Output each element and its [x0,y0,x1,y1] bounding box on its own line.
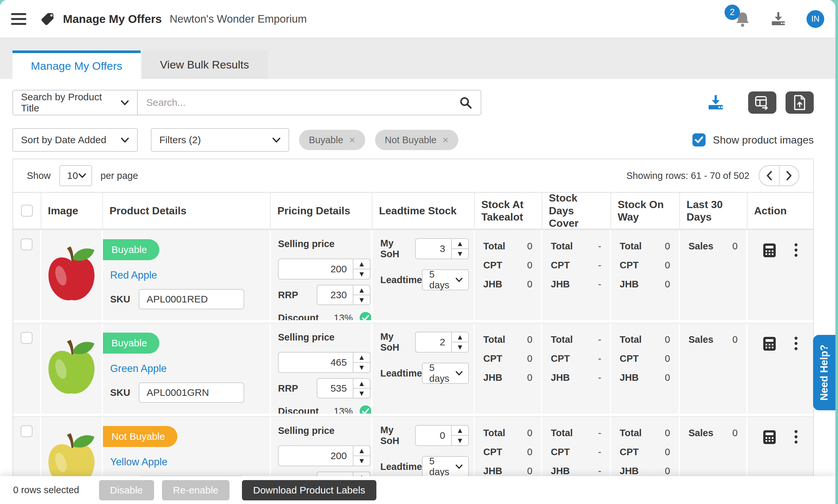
table-export-icon [755,95,770,110]
filter-chip-not-buyable[interactable]: Not Buyable × [375,130,459,150]
jhb-label: JHB [483,372,502,383]
row-checkbox[interactable] [21,425,33,437]
pagination-prev-button[interactable] [759,166,779,185]
column-header-image: Image [41,193,103,229]
stock-at-takealot-cell: Total0 CPT0 JHB0 [475,230,542,320]
selling-price-input[interactable] [278,258,353,280]
selling-price-input[interactable] [278,352,353,373]
chevron-down-icon [121,137,129,143]
increment-button[interactable]: ▲ [353,446,370,455]
stock-at-jhb: 0 [527,466,532,476]
filters-select[interactable]: Filters (2) [151,128,289,152]
down-arrow-icon: ▼ [359,458,363,464]
close-icon[interactable]: × [443,135,449,145]
decrement-button[interactable]: ▼ [452,342,468,352]
calculator-button[interactable] [763,337,776,351]
row-checkbox[interactable] [21,238,33,250]
decrement-button[interactable]: ▼ [353,388,370,398]
cpt-label: CPT [551,447,570,457]
increment-button[interactable]: ▲ [452,332,468,342]
on-way-jhb: 0 [665,279,670,290]
sku-input[interactable] [139,382,244,403]
re-enable-button[interactable]: Re-enable [162,480,230,500]
filter-chip-buyable[interactable]: Buyable × [299,130,365,150]
on-way-total: 0 [665,334,670,345]
leadtime-select[interactable]: 5 days [422,269,469,290]
topbar: Manage My Offers Newton's Wonder Emporiu… [0,0,835,38]
decrement-button[interactable]: ▼ [452,248,468,258]
show-label: Show [27,170,51,181]
kebab-menu-button[interactable] [795,337,798,350]
search-icon[interactable] [459,96,472,109]
filters-label: Filters (2) [159,134,201,145]
search-category-select[interactable]: Search by Product Title [13,90,138,115]
product-title-link[interactable]: Green Apple [110,363,166,375]
calculator-icon [763,337,776,351]
kebab-menu-button[interactable] [795,430,798,444]
calculator-button[interactable] [763,243,776,257]
hamburger-menu-icon[interactable] [11,13,26,25]
decrement-button[interactable]: ▼ [353,294,370,304]
decrement-button[interactable]: ▼ [353,269,370,279]
tab-manage-my-offers[interactable]: Manage My Offers [13,51,141,79]
rrp-input[interactable] [317,378,353,398]
column-header-product-details: Product Details [103,193,271,229]
product-title-link[interactable]: Yellow Apple [110,456,167,468]
decrement-button[interactable]: ▼ [452,435,468,445]
increment-button[interactable]: ▲ [452,239,468,248]
selling-price-input[interactable] [278,445,353,466]
leadtime-select[interactable]: 5 days [422,456,469,477]
need-help-label: Need Help? [818,345,830,401]
sort-select[interactable]: Sort by Date Added [13,128,138,152]
tsin-value: 10002 [140,412,167,414]
page-size-select[interactable]: 10 [59,165,92,186]
pagination-next-button[interactable] [779,166,799,185]
export-columns-button[interactable] [748,91,777,114]
need-help-tab[interactable]: Need Help? [813,335,835,410]
column-header-stock-at-takealot: Stock At Takealot [475,193,542,229]
decrement-button[interactable]: ▼ [353,362,370,372]
select-all-checkbox[interactable] [21,205,33,217]
product-title-link[interactable]: Red Apple [110,269,157,281]
stock-at-jhb: 0 [527,279,532,290]
sku-label: SKU [110,294,130,305]
row-checkbox[interactable] [21,332,33,344]
kebab-menu-button[interactable] [795,243,798,257]
discount-label: Discount [278,313,319,321]
show-product-images-checkbox[interactable] [692,133,706,146]
decrement-button[interactable]: ▼ [353,455,370,466]
avatar[interactable]: IN [806,10,824,28]
my-soh-input[interactable] [415,331,452,353]
up-arrow-icon: ▲ [458,334,462,340]
tab-view-bulk-results[interactable]: View Bulk Results [141,51,268,79]
my-soh-input[interactable] [415,425,452,446]
rrp-input[interactable] [317,285,353,305]
my-soh-input[interactable] [415,238,452,259]
leadtime-select[interactable]: 5 days [422,363,469,384]
days-cover-total: - [598,334,601,345]
download-product-labels-button[interactable]: Download Product Labels [242,480,376,500]
jhb-label: JHB [483,466,502,476]
increment-button[interactable]: ▲ [452,426,468,435]
bulk-download-button[interactable] [707,94,725,111]
chevron-right-icon [786,171,792,181]
sku-input[interactable] [139,289,244,309]
days-cover-cpt: - [598,353,601,364]
close-icon[interactable]: × [349,135,355,145]
notification-bell-button[interactable]: 2 [735,11,750,27]
total-label: Total [551,241,573,252]
downloads-button[interactable] [770,12,786,26]
total-label: Total [483,334,505,345]
increment-button[interactable]: ▲ [353,353,370,362]
upload-file-button[interactable] [786,91,814,114]
chevron-down-icon [121,100,129,106]
increment-button[interactable]: ▲ [353,285,370,294]
increment-button[interactable]: ▲ [353,379,370,388]
search-input[interactable] [146,97,459,108]
page-size-value: 10 [67,170,78,181]
calculator-button[interactable] [763,430,776,444]
disable-button[interactable]: Disable [99,480,154,500]
leadtime-label: Leadtime [380,462,422,472]
increment-button[interactable]: ▲ [353,259,370,269]
last-30-days-cell: Sales0 [680,230,748,320]
